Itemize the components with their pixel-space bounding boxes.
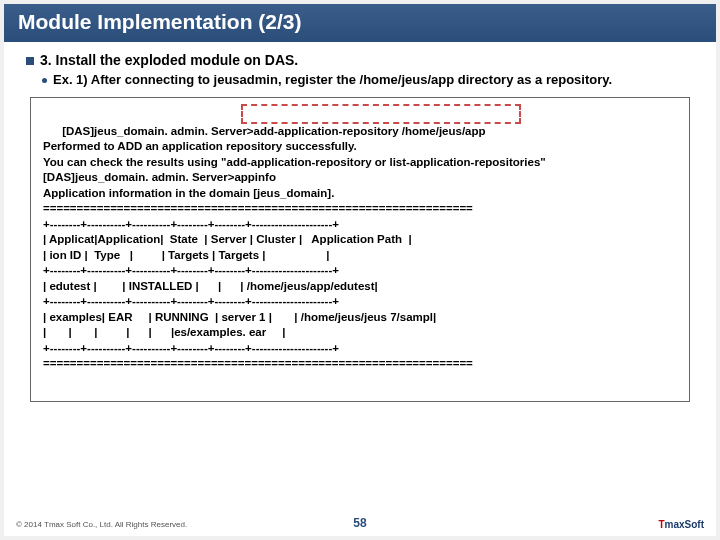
heading-text: 3. Install the exploded module on DAS. (40, 52, 298, 68)
highlight-dashed-box (241, 104, 521, 124)
terminal-output-text: [DAS]jeus_domain. admin. Server>add-appl… (43, 125, 546, 370)
square-bullet-icon (26, 57, 34, 65)
content-area: 3. Install the exploded module on DAS. E… (4, 42, 716, 402)
subheading-row: Ex. 1) After connecting to jeusadmin, re… (42, 72, 694, 87)
slide: Module Implementation (2/3) 3. Install t… (4, 4, 716, 536)
subheading-text: Ex. 1) After connecting to jeusadmin, re… (53, 72, 612, 87)
page-number: 58 (353, 516, 366, 530)
copyright-text: © 2014 Tmax Soft Co., Ltd. All Rights Re… (16, 520, 187, 529)
logo: TmaxSoft (658, 519, 704, 530)
terminal-output-box: [DAS]jeus_domain. admin. Server>add-appl… (30, 97, 690, 402)
dot-bullet-icon (42, 78, 47, 83)
heading-row: 3. Install the exploded module on DAS. (26, 52, 694, 68)
slide-title: Module Implementation (2/3) (4, 4, 716, 42)
logo-rest: maxSoft (665, 519, 704, 530)
